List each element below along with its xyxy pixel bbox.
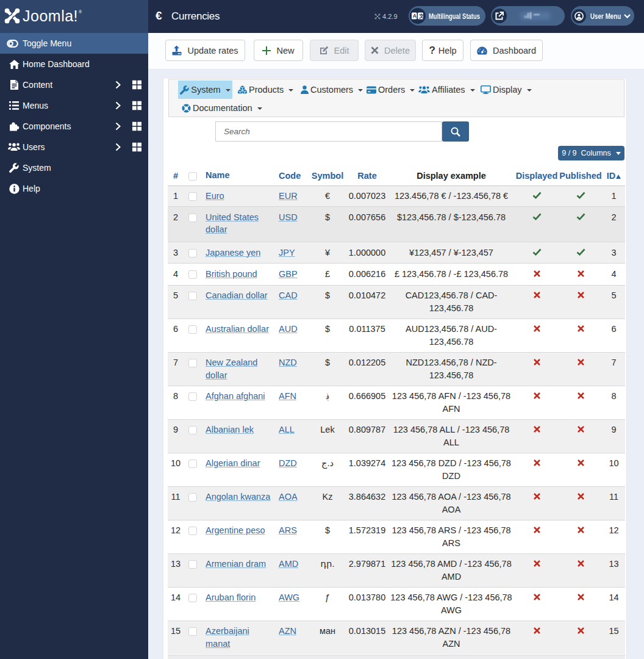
svg-text:文: 文 — [419, 13, 423, 19]
svg-text:Joomla!: Joomla! — [23, 8, 78, 24]
svg-text:A: A — [413, 13, 417, 19]
svg-text:®: ® — [79, 10, 82, 14]
